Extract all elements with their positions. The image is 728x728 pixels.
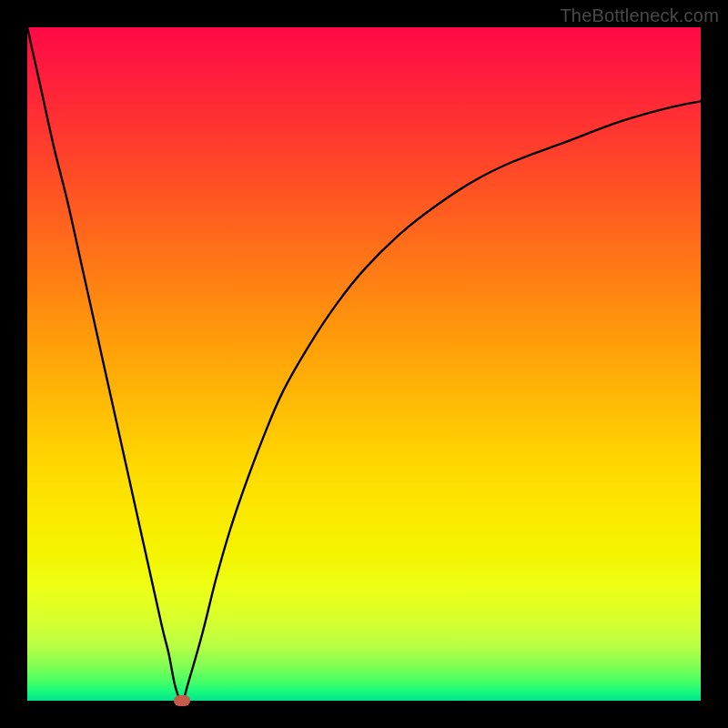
watermark-text: TheBottleneck.com <box>560 5 719 26</box>
curve-layer <box>27 27 701 701</box>
chart-frame: TheBottleneck.com <box>0 0 728 728</box>
bottleneck-curve-path <box>27 27 701 701</box>
optimal-marker <box>174 695 190 706</box>
plot-area <box>27 27 701 701</box>
